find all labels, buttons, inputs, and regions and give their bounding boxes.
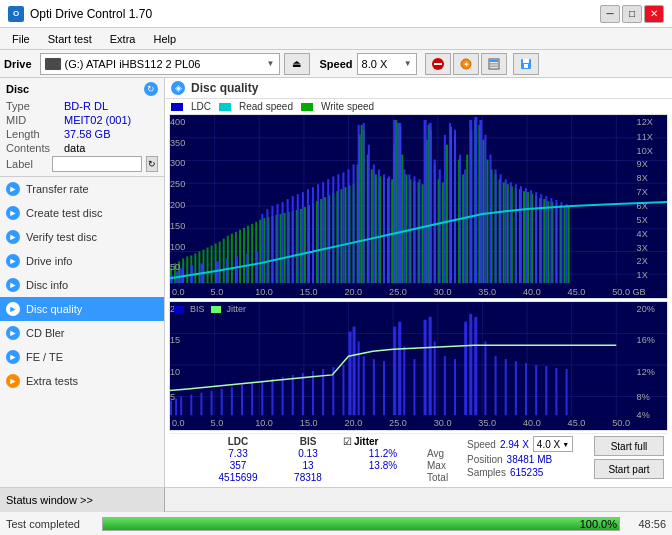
svg-rect-162 — [353, 164, 355, 283]
svg-rect-187 — [479, 120, 482, 283]
create-test-disc-icon: ► — [6, 206, 20, 220]
drive-info-icon: ► — [6, 254, 20, 268]
svg-rect-186 — [474, 117, 477, 283]
sidebar-item-disc-info[interactable]: ► Disc info — [0, 273, 164, 297]
speed-dropdown[interactable]: 4.0 X ▼ — [533, 436, 573, 452]
svg-rect-7 — [490, 65, 498, 67]
svg-rect-78 — [361, 125, 363, 283]
svg-rect-160 — [342, 172, 344, 283]
svg-text:3X: 3X — [637, 243, 648, 253]
svg-rect-292 — [525, 363, 527, 415]
svg-rect-194 — [515, 184, 517, 283]
svg-rect-274 — [373, 359, 375, 415]
samples-label: Samples — [467, 467, 506, 478]
save-button[interactable] — [513, 53, 539, 75]
svg-rect-257 — [221, 389, 223, 416]
svg-text:12X: 12X — [637, 117, 653, 127]
toolbar-icon-2[interactable]: ✦ — [453, 53, 479, 75]
svg-text:7X: 7X — [637, 187, 648, 197]
disc-refresh-icon[interactable]: ↻ — [144, 82, 158, 96]
sidebar-item-fe-te[interactable]: ► FE / TE — [0, 345, 164, 369]
toolbar-icon-1[interactable] — [425, 53, 451, 75]
svg-text:15.0: 15.0 — [300, 287, 318, 297]
svg-rect-166 — [373, 164, 375, 283]
svg-text:45.0: 45.0 — [568, 287, 586, 297]
svg-text:50.0: 50.0 — [612, 418, 630, 428]
bis-legend-label: BIS — [190, 304, 205, 314]
progress-time: 48:56 — [626, 518, 666, 530]
svg-rect-190 — [495, 169, 497, 283]
status-window-button[interactable]: Status window >> — [0, 488, 165, 512]
speed-info: Speed 2.94 X 4.0 X ▼ Position 38481 MB S… — [467, 436, 573, 478]
svg-rect-251 — [170, 400, 172, 415]
svg-rect-145 — [266, 209, 268, 283]
jitter-legend-label-chart: Jitter — [227, 304, 247, 314]
menu-start-test[interactable]: Start test — [40, 31, 100, 47]
main-layout: Disc ↻ Type BD-R DL MID MEIT02 (001) Len… — [0, 78, 672, 487]
svg-text:15.0: 15.0 — [300, 418, 318, 428]
svg-text:16%: 16% — [637, 335, 655, 345]
position-value: 38481 MB — [507, 454, 553, 465]
eject-button[interactable]: ⏏ — [284, 53, 310, 75]
jitter-checkbox[interactable]: ☑ — [343, 436, 352, 447]
toolbar-icon-3[interactable] — [481, 53, 507, 75]
position-label: Position — [467, 454, 503, 465]
svg-rect-278 — [403, 346, 405, 415]
svg-text:0.0: 0.0 — [172, 418, 185, 428]
svg-rect-128 — [547, 201, 549, 283]
menu-help[interactable]: Help — [145, 31, 184, 47]
sidebar-item-transfer-rate[interactable]: ► Transfer rate — [0, 177, 164, 201]
sidebar-item-cd-bler[interactable]: ► CD Bler — [0, 321, 164, 345]
menu-extra[interactable]: Extra — [102, 31, 144, 47]
svg-text:25.0: 25.0 — [389, 287, 407, 297]
svg-rect-144 — [261, 214, 263, 283]
minimize-button[interactable]: ─ — [600, 5, 620, 23]
sidebar-item-disc-quality[interactable]: ► Disc quality — [0, 297, 164, 321]
speed-dropdown-icon: ▼ — [562, 441, 569, 448]
total-row-label: Total — [427, 472, 457, 483]
jitter-max-val: 13.8% — [343, 460, 423, 471]
disc-contents-label: Contents — [6, 142, 64, 154]
svg-rect-82 — [375, 174, 377, 283]
svg-text:45.0: 45.0 — [568, 418, 586, 428]
speed-select[interactable]: 8.0 X ▼ — [357, 53, 417, 75]
svg-rect-58 — [284, 213, 286, 283]
svg-text:20%: 20% — [637, 304, 655, 314]
svg-text:35.0: 35.0 — [478, 287, 496, 297]
svg-text:20.0: 20.0 — [344, 418, 362, 428]
svg-rect-280 — [424, 320, 427, 416]
stats-row: LDC 7.33 357 4515699 BIS 0.13 13 78318 ☑ — [169, 433, 668, 485]
speed-label: Speed — [320, 58, 353, 70]
ldc-legend-label: LDC — [191, 101, 211, 112]
disc-label-input[interactable] — [52, 156, 142, 172]
svg-rect-272 — [358, 341, 360, 415]
svg-text:200: 200 — [170, 200, 185, 210]
close-button[interactable]: ✕ — [644, 5, 664, 23]
read-speed-legend-label: Read speed — [239, 101, 293, 112]
speed-row: Speed 2.94 X 4.0 X ▼ — [467, 436, 573, 452]
svg-rect-259 — [241, 385, 243, 416]
start-full-button[interactable]: Start full — [594, 436, 664, 456]
svg-rect-289 — [495, 356, 497, 415]
progress-track: 100.0% — [102, 517, 620, 531]
sidebar-item-extra-tests[interactable]: ► Extra tests — [0, 369, 164, 393]
label-refresh-button[interactable]: ↻ — [146, 156, 158, 172]
svg-text:6X: 6X — [637, 201, 648, 211]
content-header: ◈ Disc quality — [165, 78, 672, 99]
disc-label-row: Label ↻ — [6, 156, 158, 172]
svg-rect-149 — [287, 199, 289, 283]
menu-file[interactable]: File — [4, 31, 38, 47]
maximize-button[interactable]: □ — [622, 5, 642, 23]
disc-mid-value: MEIT02 (001) — [64, 114, 131, 126]
svg-rect-91 — [401, 155, 403, 284]
svg-rect-159 — [337, 174, 339, 283]
sidebar-item-create-test-disc[interactable]: ► Create test disc — [0, 201, 164, 225]
drive-select[interactable]: (G:) ATAPI iHBS112 2 PL06 ▼ — [40, 53, 280, 75]
disc-mid-row: MID MEIT02 (001) — [6, 114, 158, 126]
sidebar-item-verify-test-disc[interactable]: ► Verify test disc — [0, 225, 164, 249]
sidebar-item-drive-info[interactable]: ► Drive info — [0, 249, 164, 273]
svg-rect-256 — [211, 391, 213, 416]
read-speed-legend-color — [219, 103, 231, 111]
start-part-button[interactable]: Start part — [594, 459, 664, 479]
title-bar-left: O Opti Drive Control 1.70 — [8, 6, 152, 22]
